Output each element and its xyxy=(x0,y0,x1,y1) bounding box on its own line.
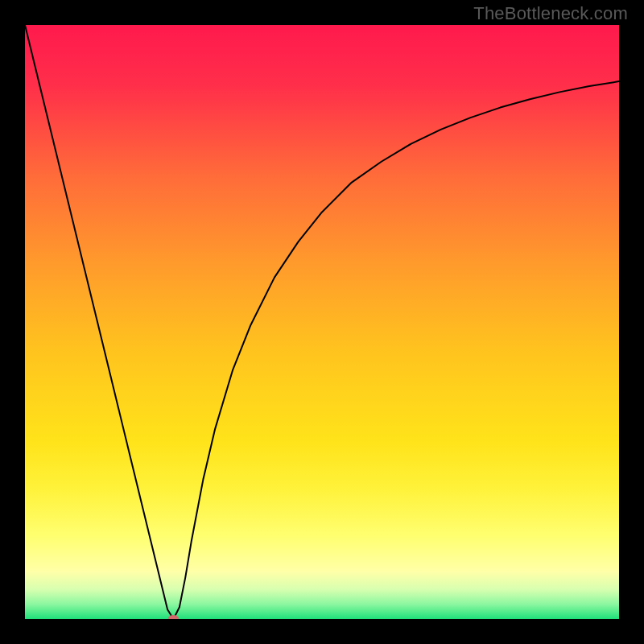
plot-area xyxy=(25,25,619,619)
gradient-background xyxy=(25,25,619,619)
chart-frame: TheBottleneck.com xyxy=(0,0,644,644)
attribution-text: TheBottleneck.com xyxy=(473,3,628,24)
bottleneck-chart xyxy=(25,25,619,619)
